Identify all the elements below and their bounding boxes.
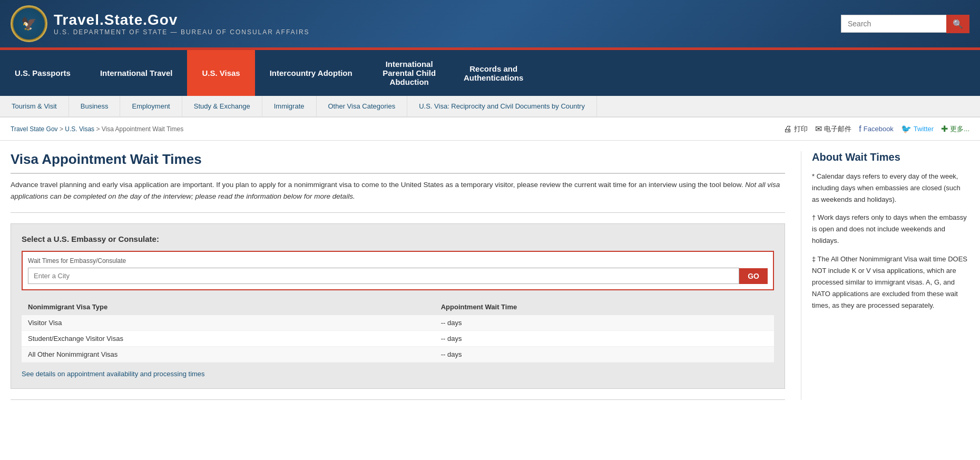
col-wait-time: Appointment Wait Time [435,299,774,315]
breadcrumb: Travel State Gov > U.S. Visas > Visa App… [11,125,183,133]
breadcrumb-visas[interactable]: U.S. Visas [65,125,94,133]
more-button[interactable]: ✚ 更多... [941,124,969,134]
intro-paragraph: Advance travel planning and early visa a… [11,179,785,202]
subnav-employment[interactable]: Employment [120,96,182,116]
subnav-other-visa[interactable]: Other Visa Categories [317,96,408,116]
intro-normal-text: Advance travel planning and early visa a… [11,181,743,189]
table-row: Student/Exchange Visitor Visas -- days [22,331,774,347]
state-seal: 🦅 [11,5,47,42]
visa-type-2: Student/Exchange Visitor Visas [22,331,435,347]
city-input[interactable] [28,268,739,284]
section-divider [11,212,785,213]
visa-type-1: Visitor Visa [22,315,435,331]
embassy-input-row: GO [28,268,768,284]
page-title: Visa Appointment Wait Times [11,151,785,174]
subnav-immigrate[interactable]: Immigrate [262,96,317,116]
nav-passports[interactable]: U.S. Passports [0,50,85,96]
wait-time-2: -- days [435,331,774,347]
select-embassy-label: Select a U.S. Embassy or Consulate: [22,234,774,243]
breadcrumb-home[interactable]: Travel State Gov [11,125,58,133]
table-row: Visitor Visa -- days [22,315,774,331]
details-link[interactable]: See details on appointment availability … [22,370,205,378]
search-input[interactable] [841,15,946,33]
facebook-label: Facebook [864,125,894,133]
seal-eagle-icon: 🦅 [13,8,45,40]
email-label: 电子邮件 [824,124,851,134]
print-icon: 🖨 [783,124,792,134]
main-content: Visa Appointment Wait Times Advance trav… [11,151,801,400]
bottom-divider [11,399,785,400]
nav-intercountry[interactable]: Intercountry Adoption [255,50,367,96]
content-wrapper: Visa Appointment Wait Times Advance trav… [0,141,980,410]
table-header-row: Nonimmigrant Visa Type Appointment Wait … [22,299,774,315]
sidebar-note3: ‡ The All Other Nonimmigrant Visa wait t… [812,253,969,311]
header-title-block: Travel.State.Gov U.S. Department of Stat… [54,12,310,36]
subnav-business[interactable]: Business [69,96,121,116]
header-branding: 🦅 Travel.State.Gov U.S. Department of St… [11,5,310,42]
sidebar: About Wait Times * Calendar days refers … [801,151,969,400]
embassy-dropdown-label: Wait Times for Embassy/Consulate [28,257,768,265]
share-bar: 🖨 打印 ✉ 电子邮件 f Facebook 🐦 Twitter ✚ 更多... [783,124,969,134]
twitter-icon: 🐦 [901,124,912,134]
subnav-study[interactable]: Study & Exchange [182,96,262,116]
facebook-icon: f [859,124,861,134]
col-visa-type: Nonimmigrant Visa Type [22,299,435,315]
twitter-button[interactable]: 🐦 Twitter [901,124,934,134]
print-button[interactable]: 🖨 打印 [783,124,808,134]
subnav-tourism[interactable]: Tourism & Visit [0,96,69,116]
email-button[interactable]: ✉ 电子邮件 [815,124,851,134]
breadcrumb-sep1: > [60,125,65,133]
sub-nav: Tourism & Visit Business Employment Stud… [0,96,980,118]
breadcrumb-bar: Travel State Gov > U.S. Visas > Visa App… [0,118,980,141]
visa-type-3: All Other Nonimmigrant Visas [22,347,435,363]
go-button[interactable]: GO [739,268,768,284]
wait-time-1: -- days [435,315,774,331]
nav-us-visas[interactable]: U.S. Visas [187,50,254,96]
subnav-reciprocity[interactable]: U.S. Visa: Reciprocity and Civil Documen… [407,96,597,116]
main-nav: U.S. Passports International Travel U.S.… [0,50,980,96]
sidebar-title: About Wait Times [812,151,969,163]
facebook-button[interactable]: f Facebook [859,124,894,134]
embassy-tool-section: Select a U.S. Embassy or Consulate: Wait… [11,223,785,389]
nav-parental-abduction[interactable]: International Parental Child Abduction [367,50,452,96]
site-name: Travel.State.Gov [54,12,310,28]
search-form: 🔍 [841,15,969,33]
add-icon: ✚ [941,124,948,134]
site-header: 🦅 Travel.State.Gov U.S. Department of St… [0,0,980,47]
nav-international-travel[interactable]: International Travel [85,50,188,96]
site-subtitle: U.S. Department of State — Bureau of Con… [54,28,310,36]
sidebar-note2: † Work days refers only to days when the… [812,212,969,247]
wait-times-table: Nonimmigrant Visa Type Appointment Wait … [22,299,774,363]
breadcrumb-current: Visa Appointment Wait Times [102,125,183,133]
more-label: 更多... [950,124,969,134]
twitter-label: Twitter [914,125,934,133]
table-row: All Other Nonimmigrant Visas -- days [22,347,774,363]
breadcrumb-sep2: > [96,125,101,133]
email-icon: ✉ [815,124,822,134]
embassy-select-box: Wait Times for Embassy/Consulate GO [22,251,774,290]
wait-time-3: -- days [435,347,774,363]
print-label: 打印 [794,124,808,134]
nav-records[interactable]: Records and Authentications [452,50,536,96]
sidebar-note1: * Calendar days refers to every day of t… [812,171,969,205]
search-button[interactable]: 🔍 [946,15,969,33]
